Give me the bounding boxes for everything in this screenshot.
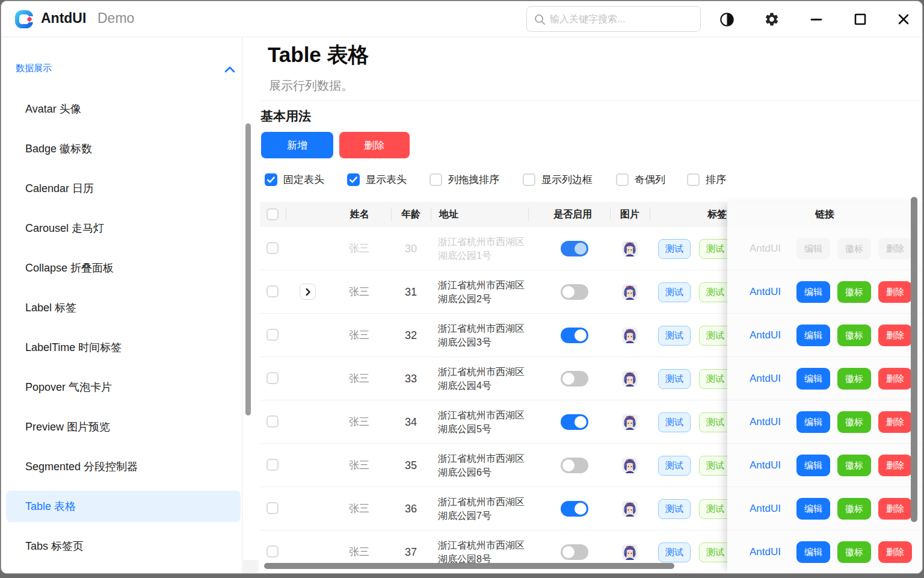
badge-button[interactable]: 徽标 <box>837 541 871 563</box>
option-checkbox[interactable]: 列拖拽排序 <box>430 172 499 187</box>
cell-image[interactable] <box>622 458 638 473</box>
enabled-toggle-off[interactable] <box>561 284 588 300</box>
edit-button[interactable]: 编辑 <box>796 325 830 346</box>
theme-toggle-button[interactable] <box>716 9 738 30</box>
sidebar-item-segmented[interactable]: Segmented 分段控制器 <box>1 447 242 486</box>
avatar-image <box>622 241 638 256</box>
delete-row-button[interactable]: 删除 <box>878 281 912 303</box>
edit-button[interactable]: 编辑 <box>796 541 830 563</box>
enabled-toggle-off[interactable] <box>561 544 588 560</box>
delete-row-button[interactable]: 删除 <box>878 498 912 520</box>
badge-button[interactable]: 徽标 <box>837 325 871 346</box>
antdui-link[interactable]: AntdUI <box>740 444 790 487</box>
badge-button[interactable]: 徽标 <box>837 411 871 433</box>
close-button[interactable] <box>893 9 914 30</box>
horizontal-scrollbar[interactable] <box>264 563 674 569</box>
badge-button: 徽标 <box>837 238 871 259</box>
sidebar-item-preview[interactable]: Preview 图片预览 <box>1 407 242 447</box>
delete-row-button[interactable]: 删除 <box>878 455 912 476</box>
tag-blue: 测试 <box>658 412 691 432</box>
edit-button[interactable]: 编辑 <box>796 281 830 303</box>
cell-image[interactable] <box>622 328 638 343</box>
row-expand-button[interactable] <box>300 284 316 300</box>
row-checkbox[interactable] <box>266 329 279 341</box>
delete-row-button[interactable]: 删除 <box>878 411 912 433</box>
sidebar-item-popover[interactable]: Popover 气泡卡片 <box>1 367 242 407</box>
enabled-toggle-off[interactable] <box>561 371 588 387</box>
row-checkbox[interactable] <box>266 415 279 427</box>
antdui-link[interactable]: AntdUI <box>740 530 790 574</box>
checkbox-checked-icon[interactable] <box>265 173 277 186</box>
sidebar-item-label[interactable]: Label 标签 <box>1 288 242 328</box>
checkbox-unchecked-icon[interactable] <box>687 173 700 186</box>
antdui-link[interactable]: AntdUI <box>740 314 790 357</box>
sidebar-item-labeltime[interactable]: LabelTime 时间标签 <box>1 328 242 367</box>
cell-image[interactable] <box>622 284 638 300</box>
enabled-toggle-on[interactable] <box>561 414 588 430</box>
delete-row-button[interactable]: 删除 <box>878 325 912 346</box>
sidebar-item-carousel[interactable]: Carousel 走马灯 <box>1 208 242 248</box>
row-checkbox[interactable] <box>266 545 279 558</box>
sidebar-section-label[interactable]: 数据展示 <box>16 63 52 74</box>
checkbox-unchecked-icon[interactable] <box>523 173 535 186</box>
sidebar-item-collapse[interactable]: Collapse 折叠面板 <box>1 248 242 288</box>
cell-image[interactable] <box>622 371 638 387</box>
sidebar-item-badge[interactable]: Badge 徽标数 <box>1 129 242 169</box>
cell-image[interactable] <box>622 544 638 560</box>
antdui-link[interactable]: AntdUI <box>740 487 790 530</box>
enabled-toggle-on[interactable] <box>561 328 588 343</box>
checkbox-checked-icon[interactable] <box>347 173 360 186</box>
checkbox-unchecked-icon[interactable] <box>616 173 629 186</box>
option-checkbox[interactable]: 固定表头 <box>265 172 324 187</box>
badge-button[interactable]: 徽标 <box>837 455 871 476</box>
row-checkbox[interactable] <box>266 502 279 514</box>
option-checkbox[interactable]: 排序 <box>687 172 726 187</box>
sidebar-scrollbar[interactable] <box>245 123 251 415</box>
edit-button[interactable]: 编辑 <box>796 368 830 390</box>
cell-image[interactable] <box>622 414 638 430</box>
delete-row-button[interactable]: 删除 <box>878 541 912 563</box>
sidebar-item-tabs[interactable]: Tabs 标签页 <box>1 526 242 566</box>
cell-image[interactable] <box>622 241 638 256</box>
edit-button[interactable]: 编辑 <box>796 411 830 433</box>
vertical-scrollbar[interactable] <box>911 197 917 522</box>
row-checkbox[interactable] <box>266 372 279 384</box>
antdui-link[interactable]: AntdUI <box>740 270 790 314</box>
row-checkbox[interactable] <box>266 242 279 254</box>
option-checkbox[interactable]: 奇偶列 <box>616 172 665 187</box>
page-title: Table 表格 <box>268 41 369 69</box>
delete-row-button[interactable]: 删除 <box>878 368 912 390</box>
edit-button[interactable]: 编辑 <box>796 455 830 476</box>
maximize-button[interactable] <box>849 9 871 30</box>
maximize-icon <box>854 13 867 26</box>
sidebar-item-table[interactable]: Table 表格 <box>1 486 242 526</box>
enabled-toggle-off[interactable] <box>561 458 588 473</box>
antdui-link[interactable]: AntdUI <box>740 357 790 400</box>
cell-image[interactable] <box>622 501 638 517</box>
row-checkbox[interactable] <box>266 459 279 471</box>
tag-blue: 测试 <box>658 326 691 346</box>
edit-button[interactable]: 编辑 <box>796 498 830 520</box>
search-box <box>526 6 701 32</box>
enabled-toggle-on[interactable] <box>561 241 588 256</box>
antdui-link[interactable]: AntdUI <box>740 400 790 444</box>
option-checkbox[interactable]: 显示表头 <box>347 172 407 187</box>
search-input[interactable] <box>549 7 695 31</box>
chevron-up-icon[interactable] <box>223 64 236 75</box>
settings-button[interactable] <box>761 9 783 30</box>
sidebar-item-avatar[interactable]: Avatar 头像 <box>1 89 242 129</box>
sidebar-item-calendar[interactable]: Calendar 日历 <box>1 169 242 208</box>
option-checkbox[interactable]: 显示列边框 <box>523 172 593 187</box>
badge-button[interactable]: 徽标 <box>837 368 871 390</box>
select-all-checkbox[interactable] <box>266 208 279 220</box>
minimize-button[interactable] <box>805 9 827 30</box>
badge-button[interactable]: 徽标 <box>837 281 871 303</box>
add-button[interactable]: 新增 <box>261 132 333 158</box>
badge-button[interactable]: 徽标 <box>837 498 871 520</box>
row-checkbox[interactable] <box>266 285 279 297</box>
checkbox-unchecked-icon[interactable] <box>430 173 442 186</box>
delete-row-button: 删除 <box>878 238 912 259</box>
toggle-knob <box>574 416 587 428</box>
enabled-toggle-on[interactable] <box>561 501 588 517</box>
delete-button[interactable]: 删除 <box>339 132 410 158</box>
